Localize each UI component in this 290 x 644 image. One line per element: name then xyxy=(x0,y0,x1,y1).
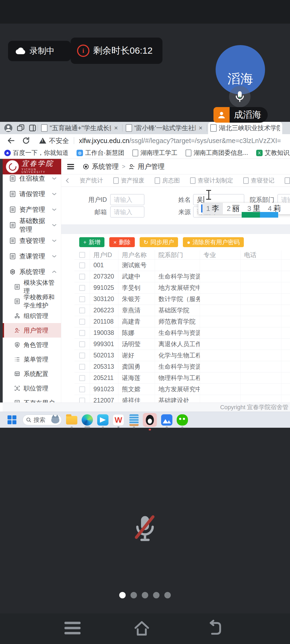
table-row[interactable]: 207320武建中生命科学与资源环... xyxy=(74,271,290,282)
sidebar-item-yonghu[interactable]: 用户管理 xyxy=(3,323,61,338)
row-checkbox[interactable] xyxy=(79,274,85,280)
sidebar-item-chaqin[interactable]: 查寝管理 xyxy=(3,233,61,248)
close-icon[interactable]: × xyxy=(198,124,204,132)
user-table-card: +新增 ×删除 ↻同步用户 ●清除所有用户密码 用户ID 用户名称 院系部门 专… xyxy=(61,234,290,402)
notebook-app-icon[interactable] xyxy=(128,414,140,426)
row-checkbox[interactable] xyxy=(79,398,85,403)
page-icon xyxy=(132,149,138,156)
row-checkbox[interactable] xyxy=(79,262,85,268)
edge-browser-icon[interactable] xyxy=(82,414,93,426)
app-tab-zichan-baofei[interactable]: 资产报废 xyxy=(113,177,144,185)
table-row[interactable]: 991025李旻钊地方发展研究中心 xyxy=(74,282,290,294)
delete-button[interactable]: ×删除 xyxy=(109,237,135,247)
sidebar-item-jichushuju[interactable]: 基础数据管理 xyxy=(3,217,61,233)
sidebar-item-zuzhi[interactable]: 组织管理 xyxy=(3,309,61,323)
browser-tab-1[interactable]: "五育融通+"学生成长赋能数智平 × xyxy=(39,122,121,134)
bookmark-hunan-ligong[interactable]: 湖南理工学工 xyxy=(132,149,177,157)
sidebar-item-bucunzai[interactable]: 不存在用户 xyxy=(3,396,61,402)
user-id-input[interactable] xyxy=(110,194,144,205)
security-indicator[interactable]: 不安全 xyxy=(39,136,69,145)
sidebar-item-xitong[interactable]: 系统管理 xyxy=(3,264,61,280)
ime-candidate-1[interactable]: 1李 xyxy=(202,203,223,214)
row-checkbox[interactable] xyxy=(79,308,85,313)
home-icon xyxy=(130,617,153,639)
sidebar-item-zhiwei[interactable]: 职位管理 xyxy=(3,381,61,396)
row-checkbox[interactable] xyxy=(79,319,85,325)
table-row[interactable]: 201108高建青师范教育学院 xyxy=(74,316,290,327)
row-checkbox[interactable] xyxy=(79,330,85,336)
table-row[interactable]: 303120朱银芳数计学院（服务外... xyxy=(74,294,290,305)
sidebar-item-zhusuhecha[interactable]: 住宿核查 xyxy=(3,174,61,186)
header-checkbox-cell xyxy=(74,250,90,259)
wechat-icon[interactable] xyxy=(177,414,188,426)
bookmark-aijiao[interactable]: X艾教知识库登录 xyxy=(256,149,290,157)
table-row[interactable]: 205211谌海莲物理科学与工程技... xyxy=(74,372,290,384)
chevron-left-icon[interactable] xyxy=(66,178,69,183)
sidebar-item-mokuai[interactable]: 模块实体管理 xyxy=(3,280,61,294)
row-checkbox[interactable] xyxy=(79,364,85,370)
start-button-icon[interactable] xyxy=(8,415,17,425)
app-tab-chaqin-jihua[interactable]: 查寝计划制定 xyxy=(190,177,233,185)
reload-icon[interactable] xyxy=(22,137,30,145)
bookmark-hunan-gongshang[interactable]: 湖南工商团委信息... xyxy=(186,149,248,157)
app-tab-chaqin-dengji[interactable]: 查寝登记 xyxy=(243,177,274,185)
table-row[interactable]: 999301汤明莹离退休人员工作处 xyxy=(74,339,290,350)
presenter-mic-button[interactable] xyxy=(229,86,251,107)
bookmark-workbench[interactable]: ◍工作台·新慧团 xyxy=(77,149,124,157)
sidebar-item-xitong-peizhi[interactable]: 系统配置 xyxy=(3,367,61,381)
taskbar-search[interactable]: 搜索 xyxy=(23,415,62,425)
row-checkbox[interactable] xyxy=(79,375,85,381)
tab-switcher-icon[interactable] xyxy=(28,124,37,132)
table-row[interactable]: 502013谢好化学与生物工程学院 xyxy=(74,350,290,361)
url-text[interactable]: xlfw.jxycu.edu.cn/ssgl/#/legacy?target=/… xyxy=(79,137,281,145)
table-row[interactable]: 206223章燕清基础医学院 xyxy=(74,305,290,316)
wps-office-icon[interactable]: W xyxy=(113,414,124,426)
back-icon[interactable] xyxy=(7,137,15,145)
qq-icon[interactable] xyxy=(143,413,157,427)
tab-groups-icon[interactable] xyxy=(17,124,25,132)
sidebar-item-jiaoshi-xuesheng[interactable]: 学校教师和学生维护 xyxy=(3,294,61,309)
row-checkbox[interactable] xyxy=(79,296,85,302)
row-checkbox[interactable] xyxy=(79,353,85,358)
menu-collapse-icon[interactable] xyxy=(67,164,74,169)
sidebar-item-zichan[interactable]: 资产管理 xyxy=(3,202,61,217)
sidebar-item-chake[interactable]: 查课管理 xyxy=(3,248,61,264)
sidebar-item-juese[interactable]: 角色管理 xyxy=(3,338,61,352)
back-button[interactable] xyxy=(203,617,226,639)
file-explorer-icon[interactable] xyxy=(66,414,77,426)
row-checkbox[interactable] xyxy=(79,386,85,392)
recents-button[interactable] xyxy=(64,622,81,634)
clear-passwords-button[interactable]: ●清除所有用户密码 xyxy=(183,237,244,247)
top-band xyxy=(0,0,290,24)
app-tab-zichan-tongji[interactable]: 资产统计 xyxy=(79,177,103,185)
app-tab-fangtaitu[interactable]: 房态图 xyxy=(155,177,180,185)
sidebar-item-qingjia[interactable]: 请假管理 xyxy=(3,186,61,202)
browser-profile-icon[interactable] xyxy=(4,123,13,133)
remaining-time-pill: i 剩余时长06:12 xyxy=(71,38,162,64)
select-all-checkbox[interactable] xyxy=(79,252,85,258)
table-row[interactable]: 991023熊文嫦地方发展研究中心 xyxy=(74,384,290,395)
table-row[interactable]: 205313龚国勇生命科学与资源环... xyxy=(74,361,290,372)
breadcrumb-level2[interactable]: 用户管理 xyxy=(138,162,165,171)
table-row[interactable]: 190038陈娜生命科学与资源环... xyxy=(74,327,290,339)
bookmark-baidu[interactable]: ♣百度一下，你就知道 xyxy=(4,149,68,157)
sidebar-item-caidan[interactable]: 菜单管理 xyxy=(3,352,61,367)
dot xyxy=(142,592,148,598)
meeting-app-icon[interactable] xyxy=(97,414,108,426)
table-row[interactable]: 001测试账号 xyxy=(74,260,290,271)
app-tab-zhusu-hecha[interactable]: 住宿核查登记 xyxy=(285,177,290,185)
bookmark-label: 工作台·新慧团 xyxy=(85,149,124,157)
sync-users-button[interactable]: ↻同步用户 xyxy=(140,237,178,247)
table-row[interactable]: 212007盛祥佳基础建设处 xyxy=(74,395,290,402)
row-checkbox[interactable] xyxy=(79,285,85,291)
home-button[interactable] xyxy=(130,617,153,639)
lanhu-app-icon[interactable] xyxy=(161,414,172,426)
browser-tab-2[interactable]: '雷小锋'一站式学生社区综合管理 × xyxy=(124,122,206,134)
row-checkbox[interactable] xyxy=(79,341,85,347)
breadcrumb-level1[interactable]: 系统管理 xyxy=(92,162,119,171)
email-input[interactable] xyxy=(110,206,144,218)
add-button[interactable]: +新增 xyxy=(79,237,104,247)
close-icon[interactable]: × xyxy=(113,124,119,132)
browser-tab-3-active[interactable]: 湖北三峡职业技术学院 xyxy=(208,122,282,134)
ime-candidate-2[interactable]: 2丽 xyxy=(223,203,243,214)
